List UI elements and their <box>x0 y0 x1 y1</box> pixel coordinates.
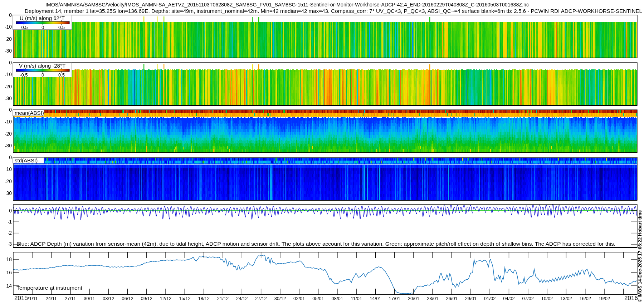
svg-text:02/01: 02/01 <box>293 296 305 301</box>
svg-text:-10: -10 <box>5 166 12 172</box>
svg-text:18/12: 18/12 <box>198 296 210 301</box>
svg-text:08/01: 08/01 <box>332 296 343 301</box>
svg-text:-20: -20 <box>5 84 12 89</box>
svg-text:-3: -3 <box>8 241 12 247</box>
svg-text:26/01: 26/01 <box>446 296 458 301</box>
svg-text:-20: -20 <box>5 131 12 137</box>
svg-text:18: 18 <box>6 256 12 262</box>
svg-text:11/01: 11/01 <box>351 296 362 301</box>
svg-text:0.5: 0.5 <box>58 25 65 30</box>
svg-text:24/12: 24/12 <box>236 296 248 301</box>
svg-text:-20: -20 <box>5 178 12 184</box>
svg-text:V (m/s) along -28°T: V (m/s) along -28°T <box>19 63 65 69</box>
svg-text:06/12: 06/12 <box>122 296 133 301</box>
svg-text:10/02: 10/02 <box>541 296 553 301</box>
svg-text:0: 0 <box>42 25 44 30</box>
svg-text:09/12: 09/12 <box>141 296 153 301</box>
svg-text:-10: -10 <box>5 119 12 124</box>
svg-text:16: 16 <box>6 270 12 275</box>
svg-text:15/12: 15/12 <box>179 296 191 301</box>
svg-text:13/02: 13/02 <box>560 296 572 301</box>
svg-text:-0.5: -0.5 <box>20 72 28 78</box>
svg-text:27/12: 27/12 <box>255 296 267 301</box>
svg-text:05/01: 05/01 <box>312 296 324 301</box>
svg-text:© IMOS 14-Dec-2025 17:06:22 Ho: © IMOS 14-Dec-2025 17:06:22 Hobart time <box>637 210 643 302</box>
svg-text:0: 0 <box>9 12 12 18</box>
svg-text:-30: -30 <box>5 143 12 148</box>
svg-text:Deployment 14, member 1 lat=35: Deployment 14, member 1 lat=35.25S lon=1… <box>25 8 642 14</box>
svg-text:0: 0 <box>42 72 44 78</box>
svg-text:Blue: ADCP Depth (m) variation: Blue: ADCP Depth (m) variation from sens… <box>16 241 615 247</box>
svg-text:-2: -2 <box>8 230 12 236</box>
svg-text:-10: -10 <box>5 24 12 30</box>
svg-text:14/01: 14/01 <box>370 296 381 301</box>
svg-text:-30: -30 <box>5 190 12 196</box>
svg-text:23/01: 23/01 <box>427 296 439 301</box>
svg-text:07/02: 07/02 <box>522 296 534 301</box>
svg-text:0: 0 <box>9 155 12 160</box>
svg-text:01/02: 01/02 <box>484 296 496 301</box>
svg-text:std(ABSI): std(ABSI) <box>15 157 38 163</box>
svg-text:U (m/s) along 62°T: U (m/s) along 62°T <box>20 15 65 21</box>
svg-text:0: 0 <box>9 208 12 214</box>
svg-text:20/01: 20/01 <box>408 296 420 301</box>
svg-text:12/12: 12/12 <box>160 296 172 301</box>
svg-text:29/01: 29/01 <box>465 296 477 301</box>
svg-text:-30: -30 <box>5 48 12 54</box>
svg-text:Temperature at instrument: Temperature at instrument <box>16 285 83 291</box>
svg-text:17/01: 17/01 <box>389 296 400 301</box>
svg-text:21/11: 21/11 <box>26 296 38 301</box>
svg-text:14: 14 <box>6 283 12 289</box>
svg-text:IMOS/ANMN/SA/SAM8SG/Velocity/I: IMOS/ANMN/SA/SAM8SG/Velocity/IMOS_ANMN-S… <box>45 1 529 8</box>
svg-text:0: 0 <box>9 60 12 65</box>
svg-text:16/02: 16/02 <box>579 296 591 301</box>
svg-text:19/02: 19/02 <box>599 296 610 301</box>
svg-text:30/12: 30/12 <box>274 296 286 301</box>
svg-text:03/12: 03/12 <box>103 296 114 301</box>
svg-text:30/11: 30/11 <box>84 296 95 301</box>
svg-text:mean(ABSI): mean(ABSI) <box>15 110 44 116</box>
svg-text:-0.5: -0.5 <box>20 25 28 30</box>
svg-text:21/12: 21/12 <box>217 296 229 301</box>
svg-text:0: 0 <box>9 107 12 113</box>
svg-text:24/11: 24/11 <box>46 296 57 301</box>
svg-text:-10: -10 <box>5 72 12 77</box>
svg-text:2015: 2015 <box>14 295 28 301</box>
svg-text:-20: -20 <box>5 36 12 42</box>
svg-text:2016: 2016 <box>624 295 638 301</box>
svg-text:04/02: 04/02 <box>503 296 515 301</box>
svg-text:-30: -30 <box>5 95 12 101</box>
svg-text:-1: -1 <box>8 219 12 225</box>
svg-text:0.5: 0.5 <box>58 72 65 78</box>
svg-text:27/11: 27/11 <box>65 296 76 301</box>
